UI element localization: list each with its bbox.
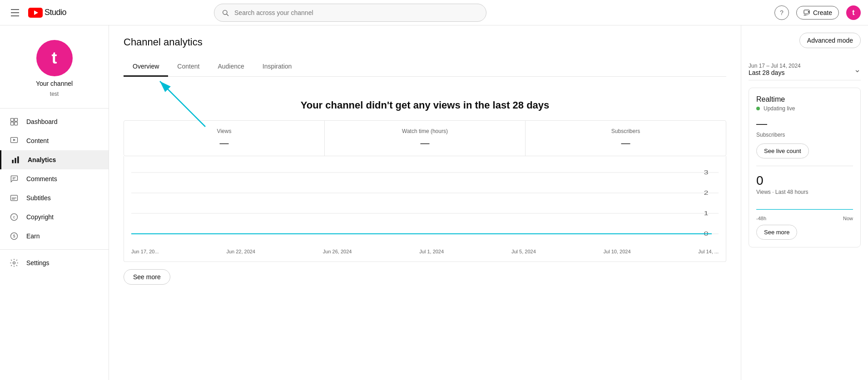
x-label-3: Jul 1, 2024 xyxy=(419,249,444,254)
metric-subscribers: Subscribers — xyxy=(526,121,726,156)
sidebar-item-comments[interactable]: Comments xyxy=(0,169,109,188)
metric-views: Views — xyxy=(124,121,325,156)
sidebar-item-subtitles-label: Subtitles xyxy=(26,194,51,202)
no-views-message: Your channel didn't get any views in the… xyxy=(124,86,726,120)
x-label-1: Jun 22, 2024 xyxy=(226,249,255,254)
x-label-5: Jul 10, 2024 xyxy=(604,249,631,254)
svg-rect-8 xyxy=(11,118,14,122)
sidebar-item-copyright[interactable]: c Copyright xyxy=(0,207,109,227)
copyright-icon: c xyxy=(9,212,19,222)
realtime-sub: Subscribers xyxy=(756,132,853,138)
date-range-label: Jun 17 – Jul 14, 2024 xyxy=(749,63,801,69)
chart-area: 3 2 1 0 xyxy=(131,163,719,245)
sidebar-item-subtitles[interactable]: Subtitles xyxy=(0,188,109,207)
studio-label: Studio xyxy=(45,8,66,17)
realtime-divider xyxy=(756,166,853,166)
analytics-icon xyxy=(10,155,20,165)
comments-icon xyxy=(9,174,19,184)
logo[interactable]: Studio xyxy=(28,8,66,18)
x-label-2: Jun 26, 2024 xyxy=(323,249,352,254)
create-icon xyxy=(803,9,810,16)
sidebar-item-dashboard[interactable]: Dashboard xyxy=(0,112,109,131)
create-button[interactable]: Create xyxy=(796,6,839,20)
content-icon xyxy=(9,136,19,146)
top-navigation: Studio ? Create t xyxy=(0,0,868,25)
topnav-right: ? Create t xyxy=(774,5,861,20)
sidebar: t Your channel test Dashboard xyxy=(0,25,109,380)
topnav-left: Studio xyxy=(7,5,66,20)
svg-text:c: c xyxy=(13,215,15,219)
chart-svg: 3 2 1 0 xyxy=(131,163,719,245)
svg-marker-13 xyxy=(13,139,15,141)
sidebar-divider-2 xyxy=(0,249,109,250)
sidebar-item-analytics[interactable]: Analytics xyxy=(0,150,109,169)
sidebar-item-dashboard-label: Dashboard xyxy=(26,118,58,125)
date-selector-content: Jun 17 – Jul 14, 2024 Last 28 days xyxy=(749,63,801,76)
metric-subscribers-label: Subscribers xyxy=(535,128,717,134)
x-label-0: Jun 17, 20... xyxy=(131,249,159,254)
search-icon xyxy=(222,9,229,16)
svg-rect-16 xyxy=(17,157,19,163)
see-live-count-button[interactable]: See live count xyxy=(756,143,809,158)
earn-icon: $ xyxy=(9,231,19,241)
sidebar-item-earn-label: Earn xyxy=(26,232,40,240)
svg-text:2: 2 xyxy=(704,190,708,196)
timeline-labels: -48h Now xyxy=(756,216,853,221)
svg-rect-15 xyxy=(15,158,16,163)
svg-point-7 xyxy=(807,15,807,15)
channel-name: Your channel xyxy=(36,80,73,87)
sidebar-item-settings[interactable]: Settings xyxy=(0,253,109,272)
advanced-mode-button[interactable]: Advanced mode xyxy=(799,33,861,48)
svg-text:3: 3 xyxy=(704,169,708,175)
sidebar-item-earn[interactable]: $ Earn xyxy=(0,227,109,246)
svg-rect-10 xyxy=(11,122,14,125)
date-selector[interactable]: Jun 17 – Jul 14, 2024 Last 28 days ⌄ xyxy=(749,59,861,80)
tab-audience[interactable]: Audience xyxy=(208,57,253,77)
svg-rect-9 xyxy=(15,118,18,122)
app-layout: t Your channel test Dashboard xyxy=(0,25,868,380)
metric-views-value: — xyxy=(133,138,315,148)
search-bar[interactable] xyxy=(214,4,486,22)
channel-avatar[interactable]: t xyxy=(36,40,73,76)
main-content: Channel analytics Overview Content Audie… xyxy=(109,25,741,380)
channel-info: t Your channel test xyxy=(0,33,109,104)
chart-container: 3 2 1 0 Jun 17, 20... Jun 22, 2024 Jun 2… xyxy=(124,156,726,262)
timeline-start: -48h xyxy=(756,216,766,221)
views-count: 0 xyxy=(756,173,853,188)
realtime-box: Realtime Updating live — Subscribers See… xyxy=(749,88,861,247)
help-button[interactable]: ? xyxy=(774,5,789,20)
svg-marker-5 xyxy=(808,11,809,13)
realtime-title: Realtime xyxy=(756,95,853,104)
svg-text:1: 1 xyxy=(704,210,708,216)
avatar[interactable]: t xyxy=(846,5,861,20)
svg-line-3 xyxy=(227,14,228,16)
svg-rect-11 xyxy=(15,122,18,125)
tab-overview[interactable]: Overview xyxy=(124,57,168,77)
tab-inspiration[interactable]: Inspiration xyxy=(253,57,301,77)
live-label: Updating live xyxy=(764,105,795,112)
metric-watchtime-label: Watch time (hours) xyxy=(334,128,516,134)
create-label: Create xyxy=(813,9,832,16)
live-dot xyxy=(756,107,760,110)
metric-watchtime-value: — xyxy=(334,138,516,148)
x-axis: Jun 17, 20... Jun 22, 2024 Jun 26, 2024 … xyxy=(131,245,719,254)
see-more-button[interactable]: See more xyxy=(124,269,170,285)
sidebar-item-analytics-label: Analytics xyxy=(28,156,56,163)
youtube-icon xyxy=(28,8,43,18)
sidebar-item-content[interactable]: Content xyxy=(0,131,109,150)
menu-button[interactable] xyxy=(7,5,23,20)
sidebar-divider xyxy=(0,108,109,109)
tabs-container: Overview Content Audience Inspiration xyxy=(124,57,726,77)
mini-chart xyxy=(756,201,853,214)
metric-subscribers-value: — xyxy=(535,138,717,148)
sidebar-item-copyright-label: Copyright xyxy=(26,213,54,221)
x-label-6: Jul 14, ... xyxy=(698,249,719,254)
date-range-value: Last 28 days xyxy=(749,69,801,76)
realtime-dash: — xyxy=(756,117,853,130)
settings-icon xyxy=(9,258,19,268)
realtime-see-more-button[interactable]: See more xyxy=(756,225,797,240)
search-input[interactable] xyxy=(234,9,479,16)
x-label-4: Jul 5, 2024 xyxy=(511,249,536,254)
tab-content[interactable]: Content xyxy=(168,57,208,77)
dashboard-icon xyxy=(9,117,19,127)
